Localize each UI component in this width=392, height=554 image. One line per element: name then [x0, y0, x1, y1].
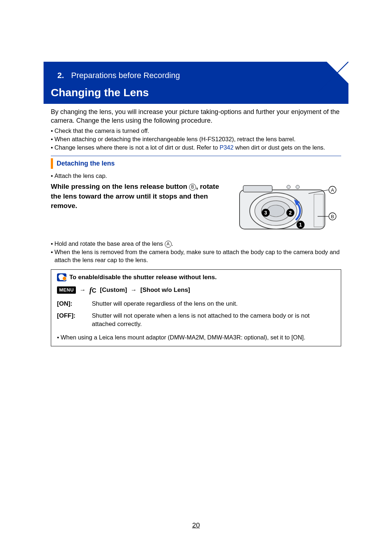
- intro-text: By changing the lens, you will increase …: [51, 107, 341, 125]
- page-link[interactable]: P342: [220, 144, 234, 151]
- camera-illustration: 1 2 3 A B: [232, 182, 341, 235]
- svg-rect-6: [243, 186, 272, 192]
- svg-point-8: [296, 185, 299, 189]
- page-number: 20: [51, 521, 341, 530]
- svg-text:3: 3: [264, 210, 267, 216]
- menu-path: MENU → fC [Custom] → [Shoot w/o Lens]: [57, 285, 335, 295]
- bullet: •Check that the camera is turned off.: [51, 127, 341, 135]
- bullet: •When attaching or detaching the interch…: [51, 135, 341, 143]
- svg-text:2: 2: [289, 210, 292, 216]
- svg-point-13: [267, 205, 285, 217]
- manual-page: 2. Preparations before Recording Changin…: [44, 62, 348, 533]
- sub-heading: Detaching the lens: [51, 158, 341, 168]
- chapter-header: 2. Preparations before Recording Changin…: [44, 62, 348, 104]
- section-title: Changing the Lens: [51, 86, 149, 98]
- table-row: [OFF]: Shutter will not operate when a l…: [57, 311, 335, 331]
- bullet: •When using a Leica lens mount adaptor (…: [57, 333, 335, 341]
- menu-badge: MENU: [57, 286, 76, 294]
- table-row: [ON]: Shutter will operate regardless of…: [57, 299, 335, 311]
- svg-point-7: [287, 185, 290, 189]
- tip-box: To enable/disable the shutter release wi…: [51, 269, 341, 346]
- svg-text:B: B: [331, 214, 334, 219]
- bullet: •Change lenses where there is not a lot …: [51, 143, 341, 151]
- bullet: •Hold and rotate the base area of the le…: [51, 240, 341, 248]
- instruction-text: While pressing on the lens release butto…: [51, 182, 227, 211]
- tip-title: To enable/disable the shutter release wi…: [69, 273, 217, 282]
- options-table: [ON]: Shutter will operate regardless of…: [57, 299, 335, 331]
- chapter-number: 2.: [57, 71, 64, 80]
- svg-text:A: A: [331, 187, 334, 193]
- tip-icon: [57, 273, 66, 281]
- chapter-title: Preparations before Recording: [71, 71, 180, 80]
- divider: [51, 156, 341, 156]
- bullet: •Attach the lens cap.: [51, 172, 341, 180]
- svg-text:1: 1: [299, 222, 302, 228]
- svg-point-27: [62, 277, 66, 281]
- bullet: •When the lens is removed from the camer…: [51, 248, 341, 264]
